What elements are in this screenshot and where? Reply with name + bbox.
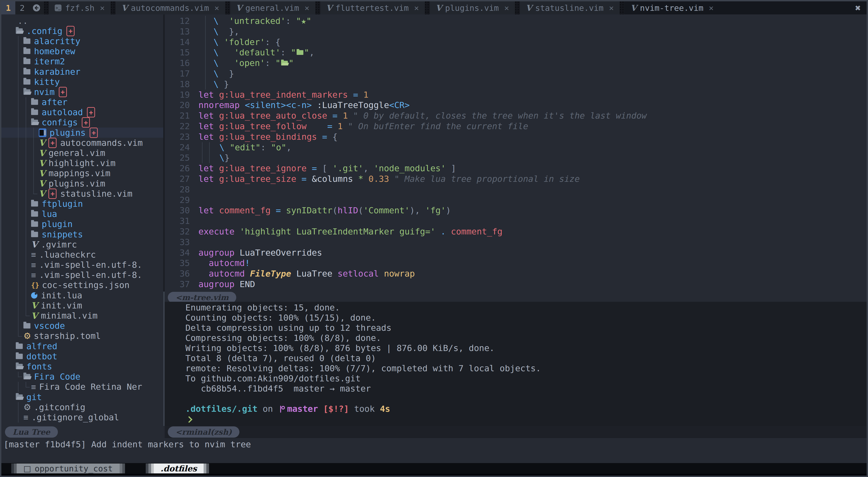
- folder-glyph-icon: [281, 61, 288, 66]
- editor-pane[interactable]: 12 \ 'untracked': "★"13 \ },14 \ 'folder…: [165, 14, 867, 302]
- code-token: '.git': [333, 163, 363, 174]
- terminal-line: remote: Resolving deltas: 100% (7/7), co…: [185, 363, 867, 374]
- tabpage-1[interactable]: 1: [1, 1, 15, 14]
- tree-item-after[interactable]: after: [1, 97, 163, 107]
- tab-label: nvim-tree.vim: [640, 3, 703, 12]
- gear-icon: ⚙: [24, 331, 31, 341]
- tree-item-label: starship.toml: [34, 331, 101, 341]
- tree-item-plugin[interactable]: plugin: [1, 219, 163, 229]
- code-token: [198, 26, 208, 37]
- indent-guide: [16, 117, 24, 128]
- tree-item-homebrew[interactable]: homebrew: [1, 46, 163, 57]
- tree-item-mappings.vim[interactable]: Vmappings.vim: [1, 168, 163, 178]
- tmux-window-label: .dotfiles: [154, 464, 204, 473]
- tree-item-configs[interactable]: configs+: [1, 117, 163, 128]
- tab-close-icon[interactable]: ×: [504, 3, 509, 12]
- tree-item-iterm2[interactable]: iterm2: [1, 57, 163, 67]
- tree-item-alacritty[interactable]: alacritty: [1, 36, 163, 46]
- tab-separator: [315, 1, 320, 14]
- code-token: let: [198, 90, 214, 100]
- tree-item-fonts[interactable]: fonts: [1, 361, 163, 372]
- tree-item-Fira-Code[interactable]: Fira Code: [1, 372, 163, 382]
- code-token: <silent><c-n>: [245, 100, 312, 110]
- tmux-window-.dotfiles[interactable]: .dotfiles: [146, 464, 209, 473]
- indent-guide: [16, 239, 24, 249]
- tab-statusline.vim[interactable]: Vstatusline.vim×: [520, 1, 620, 14]
- tree-item-.vim-spell-en.utf-8.[interactable]: ≡.vim-spell-en.utf-8.: [1, 270, 163, 280]
- tab-label: statusline.vim: [535, 3, 603, 12]
- code-token: \: [208, 37, 219, 47]
- tree-item-plugins[interactable]: plugins+: [1, 128, 163, 138]
- vim-file-icon: V: [39, 138, 45, 148]
- tree-item-ftplugin[interactable]: ftplugin: [1, 199, 163, 209]
- tree-item-highlight.vim[interactable]: Vhighlight.vim: [1, 158, 163, 168]
- tab-close-icon[interactable]: ×: [305, 3, 309, 12]
- tab-plugins.vim[interactable]: Vplugins.vim×: [430, 1, 515, 14]
- tree-item-snippets[interactable]: snippets: [1, 229, 163, 239]
- text-file-icon: ≡: [31, 260, 36, 270]
- tab-close-icon[interactable]: ×: [709, 3, 714, 12]
- tmux-window-opportunity-cost[interactable]: □opportunity_cost: [11, 464, 125, 473]
- tab-close-icon[interactable]: ×: [100, 3, 105, 12]
- tree-item-vscode[interactable]: vscode: [1, 321, 163, 331]
- tree-item-label: autocommands.vim: [60, 138, 143, 148]
- tree-item-nvim[interactable]: nvim+: [1, 87, 163, 97]
- tree-item-minimal.vim[interactable]: Vminimal.vim: [1, 310, 163, 320]
- code-token: g:lua_tree_size: [219, 174, 297, 184]
- tree-item-autocommands.vim[interactable]: V+autocommands.vim: [1, 138, 163, 148]
- tree-item-.gitignore-global[interactable]: ≡.gitignore_global: [1, 412, 163, 422]
- tabpage-2[interactable]: 2: [15, 1, 29, 14]
- tab-close-icon[interactable]: ×: [609, 3, 614, 12]
- indent-guide: [31, 189, 39, 199]
- tab-close-icon[interactable]: ×: [414, 3, 419, 12]
- tree-item-Fira-Code-Retina-Ner[interactable]: ≡Fira Code Retina Ner: [1, 382, 163, 392]
- code-token: =: [276, 205, 281, 216]
- tree-item-.gitconfig[interactable]: ⚙.gitconfig: [1, 402, 163, 412]
- code-token: [281, 205, 286, 216]
- nvim-tree-pane[interactable]: ...config+alacrittyhomebrewiterm2karabin…: [1, 14, 163, 426]
- tree-item-init.lua[interactable]: init.lua: [1, 290, 163, 300]
- tab-autocommands.vim[interactable]: Vautocommands.vim×: [116, 1, 225, 14]
- tab-fluttertest.vim[interactable]: Vfluttertest.vim×: [320, 1, 425, 14]
- tab-nvim-tree.vim[interactable]: Vnvim-tree.vim×: [624, 1, 719, 14]
- tab-general.vim[interactable]: Vgeneral.vim×: [230, 1, 315, 14]
- indent-guide: [16, 97, 24, 107]
- powerline-fade: [120, 464, 122, 473]
- tree-item-coc-settings.json[interactable]: {}coc-settings.json: [1, 280, 163, 290]
- code-token: [333, 121, 338, 132]
- indent-guide: [24, 97, 31, 107]
- tree-item-..[interactable]: ..: [1, 16, 163, 26]
- terminal-line: Enumerating objects: 15, done.: [185, 303, 867, 313]
- terminal-pane[interactable]: Enumerating objects: 15, done.Counting o…: [165, 302, 867, 426]
- indent-guide: [24, 168, 31, 178]
- tree-item-autoload[interactable]: autoload+: [1, 107, 163, 117]
- indent-guide: [16, 229, 24, 239]
- tree-item-kitty[interactable]: kitty: [1, 77, 163, 87]
- tree-item-.luacheckrc[interactable]: ≡.luacheckrc: [1, 249, 163, 260]
- tree-item-statusline.vim[interactable]: V+statusline.vim: [1, 189, 163, 199]
- code-token: =: [353, 90, 358, 100]
- tree-item-dotbot[interactable]: dotbot: [1, 351, 163, 361]
- tree-item-alfred[interactable]: alfred: [1, 341, 163, 351]
- tree-item-karabiner[interactable]: karabiner: [1, 67, 163, 77]
- tree-item-.config[interactable]: .config+: [1, 26, 163, 36]
- tree-item-init.vim[interactable]: Vinit.vim: [1, 300, 163, 310]
- tree-item-starship.toml[interactable]: ⚙starship.toml: [1, 331, 163, 341]
- tree-item-.vim-spell-en.utf-8.[interactable]: ≡.vim-spell-en.utf-8.: [1, 260, 163, 270]
- tree-item-label: ..: [18, 16, 28, 26]
- line-number: 36: [165, 268, 198, 279]
- tree-item-git[interactable]: git: [1, 392, 163, 402]
- close-icon[interactable]: ✖: [855, 2, 867, 13]
- tree-item-lua[interactable]: lua: [1, 209, 163, 219]
- tree-item-.gvimrc[interactable]: V.gvimrc: [1, 239, 163, 249]
- indent-guide: [16, 178, 24, 189]
- code-token: [198, 258, 209, 268]
- circle-arrow-left-icon[interactable]: [29, 1, 44, 14]
- tree-item-general.vim[interactable]: Vgeneral.vim: [1, 148, 163, 158]
- tab-close-icon[interactable]: ×: [214, 3, 219, 12]
- terminal-line: Counting objects: 100% (15/15), done.: [185, 313, 867, 323]
- tree-item-plugins.vim[interactable]: Vplugins.vim: [1, 178, 163, 189]
- indent-guide: [16, 168, 24, 178]
- code-token: 'open': [234, 58, 265, 68]
- tab-fzf.sh[interactable]: >_fzf.sh×: [49, 1, 111, 14]
